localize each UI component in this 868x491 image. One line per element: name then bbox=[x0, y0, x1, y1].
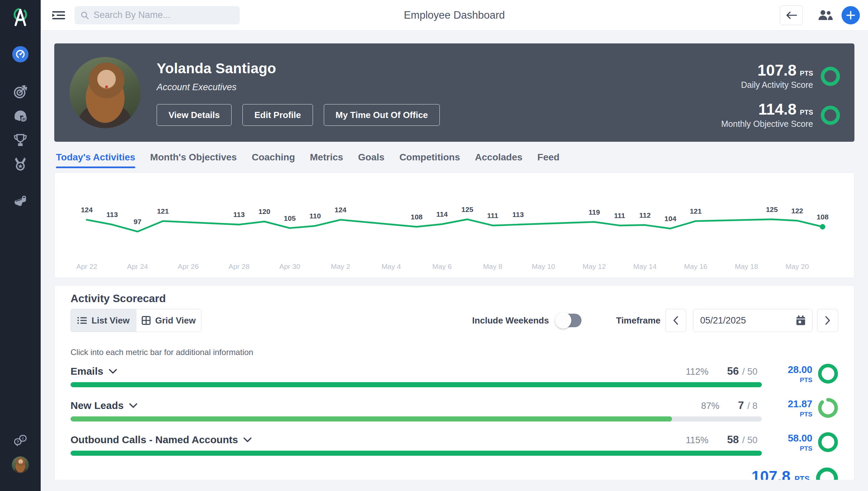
ambition-logo-icon bbox=[11, 7, 30, 28]
metric-points-block: 58.00 PTS bbox=[788, 432, 838, 453]
football-helmet-icon bbox=[12, 108, 28, 124]
grid-view-button[interactable]: Grid View bbox=[136, 309, 201, 332]
timeframe-next-button[interactable] bbox=[817, 309, 838, 332]
monthly-objective-score: 114.8 PTS Monthly Objective Score bbox=[721, 101, 840, 129]
metric-progress-bar[interactable] bbox=[71, 416, 762, 421]
metric-name: Emails bbox=[71, 366, 103, 377]
svg-text:111: 111 bbox=[487, 212, 498, 219]
app-logo[interactable] bbox=[0, 7, 41, 28]
sidebar-item-dashboard[interactable] bbox=[0, 46, 41, 62]
metric-stats: 112% 56 / 50 bbox=[686, 365, 757, 377]
metric-name: Outbound Calls - Named Accounts bbox=[71, 434, 238, 446]
tab-label: Today's Activities bbox=[56, 152, 135, 162]
team-button[interactable] bbox=[817, 10, 833, 21]
target-icon bbox=[12, 84, 28, 100]
back-button[interactable] bbox=[780, 5, 803, 25]
profile-avatar bbox=[70, 57, 141, 128]
total-points: 107.8 bbox=[751, 467, 790, 480]
plus-icon bbox=[846, 11, 855, 20]
svg-text:122: 122 bbox=[791, 207, 803, 215]
metric-target: / 8 bbox=[747, 401, 757, 411]
svg-text:104: 104 bbox=[665, 215, 676, 222]
daily-activity-score: 107.8 PTS Daily Activity Score bbox=[721, 62, 840, 90]
metric-expander[interactable]: Emails bbox=[71, 366, 117, 377]
calendar-icon[interactable] bbox=[796, 315, 805, 326]
svg-text:?: ? bbox=[17, 440, 19, 445]
tab[interactable]: Month's Objectives bbox=[150, 152, 237, 168]
sidebar-item-coach-tools[interactable] bbox=[0, 193, 41, 210]
svg-text:121: 121 bbox=[690, 207, 702, 215]
tab-label: Metrics bbox=[310, 152, 343, 162]
add-button[interactable] bbox=[842, 6, 860, 24]
metric-points-unit: PTS bbox=[788, 376, 812, 384]
tab[interactable]: Competitions bbox=[399, 152, 460, 168]
metric-progress-bar[interactable] bbox=[71, 451, 762, 456]
svg-text:Apr 30: Apr 30 bbox=[279, 262, 300, 270]
svg-text:May 12: May 12 bbox=[583, 262, 606, 270]
time-out-of-office-button[interactable]: My Time Out Of Office bbox=[324, 104, 440, 126]
metric-progress-bar[interactable] bbox=[71, 382, 762, 387]
svg-text:113: 113 bbox=[233, 211, 245, 219]
svg-text:May 14: May 14 bbox=[633, 262, 657, 270]
profile-scores: 107.8 PTS Daily Activity Score 114.8 PTS bbox=[721, 62, 840, 129]
metric-points-block: 28.00 PTS bbox=[788, 363, 838, 385]
collapse-sidebar-button[interactable] bbox=[52, 11, 65, 20]
tab[interactable]: Feed bbox=[537, 152, 559, 168]
edit-profile-button[interactable]: Edit Profile bbox=[242, 104, 313, 126]
chevron-down-icon bbox=[129, 403, 137, 408]
search-input[interactable] bbox=[94, 10, 234, 20]
svg-text:125: 125 bbox=[461, 205, 473, 213]
grid-view-label: Grid View bbox=[155, 315, 196, 326]
svg-text:i: i bbox=[22, 436, 23, 441]
sidebar-item-coaching[interactable] bbox=[0, 108, 41, 124]
sidebar-item-objectives[interactable] bbox=[0, 84, 41, 100]
svg-text:114: 114 bbox=[436, 210, 448, 218]
svg-text:110: 110 bbox=[310, 212, 321, 220]
sidebar: i ? bbox=[0, 0, 41, 491]
timeframe-date-input[interactable] bbox=[700, 315, 796, 326]
metric-expander[interactable]: New Leads bbox=[71, 400, 137, 411]
tab[interactable]: Accolades bbox=[475, 152, 522, 168]
scorecard-hint: Click into each metric bar for additiona… bbox=[71, 348, 838, 357]
metric-expander[interactable]: Outbound Calls - Named Accounts bbox=[71, 434, 252, 446]
sidebar-item-accolades[interactable] bbox=[0, 156, 41, 172]
total-points-unit: PTS bbox=[794, 475, 810, 480]
svg-text:108: 108 bbox=[411, 213, 422, 221]
metric-points: 28.00 bbox=[788, 365, 812, 374]
activity-trend-chart[interactable]: 1241139712111312010511012410811412511111… bbox=[55, 173, 854, 278]
header-actions bbox=[780, 5, 860, 25]
include-weekends-label: Include Weekends bbox=[472, 315, 549, 326]
daily-score-unit: PTS bbox=[800, 70, 813, 77]
tab-label: Competitions bbox=[399, 152, 460, 162]
svg-text:May 4: May 4 bbox=[381, 262, 401, 270]
activity-trend-card: 1241139712111312010511012410811412511111… bbox=[54, 172, 854, 278]
view-details-button[interactable]: View Details bbox=[157, 104, 232, 126]
metric-row: New Leads 87% 7 / 8 21.87 PTS bbox=[71, 399, 838, 421]
include-weekends-toggle[interactable] bbox=[556, 314, 581, 327]
timeframe-label: Timeframe bbox=[616, 315, 660, 326]
metric-ring bbox=[818, 397, 838, 419]
metric-percent: 87% bbox=[701, 401, 719, 411]
list-view-button[interactable]: List View bbox=[71, 309, 136, 332]
total-score-row: 107.8 PTS bbox=[71, 467, 838, 480]
svg-text:111: 111 bbox=[614, 212, 625, 219]
monthly-score-ring bbox=[821, 105, 840, 125]
tab[interactable]: Goals bbox=[358, 152, 384, 168]
tab[interactable]: Today's Activities bbox=[56, 152, 135, 168]
svg-text:Apr 24: Apr 24 bbox=[127, 262, 148, 270]
svg-text:May 2: May 2 bbox=[331, 262, 350, 270]
tab-label: Feed bbox=[537, 152, 559, 162]
chevron-down-icon bbox=[243, 437, 252, 442]
svg-text:112: 112 bbox=[639, 211, 651, 219]
trophy-icon bbox=[12, 132, 28, 148]
search-icon bbox=[81, 11, 89, 20]
timeframe-prev-button[interactable] bbox=[665, 309, 686, 332]
svg-text:120: 120 bbox=[258, 208, 270, 215]
tab[interactable]: Coaching bbox=[252, 152, 295, 168]
metric-actual: 58 bbox=[727, 434, 738, 446]
sidebar-item-help[interactable]: i ? bbox=[0, 433, 41, 449]
tab[interactable]: Metrics bbox=[310, 152, 343, 168]
sidebar-item-profile[interactable] bbox=[0, 456, 41, 473]
timeframe-date-field bbox=[693, 309, 812, 332]
sidebar-item-competitions[interactable] bbox=[0, 132, 41, 148]
